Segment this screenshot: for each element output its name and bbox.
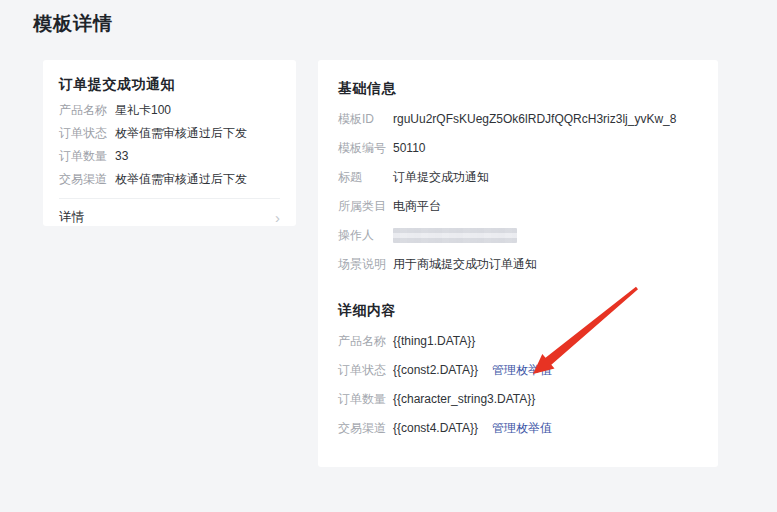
field-label: 产品名称	[59, 104, 115, 117]
field-value: 枚举值需审核通过后下发	[115, 173, 247, 186]
field-value: 订单提交成功通知	[393, 170, 489, 185]
summary-field-row: 订单数量 33	[59, 150, 280, 163]
field-label: 交易渠道	[59, 173, 115, 186]
detail-link[interactable]: 详情	[59, 209, 84, 226]
summary-card-title: 订单提交成功通知	[59, 76, 280, 94]
field-label: 订单数量	[338, 392, 393, 407]
info-field-row: 操作人	[338, 228, 698, 243]
field-label: 模板编号	[338, 141, 393, 156]
summary-field-row: 产品名称 星礼卡100	[59, 104, 280, 117]
template-id-value: rguUu2rQFsKUegZ5Ok6lRDJfQQRcH3riz3lj_yvK…	[393, 112, 676, 127]
info-field-row: 模板编号 50110	[338, 141, 698, 156]
content-field-row: 交易渠道 {{const4.DATA}} 管理枚举值	[338, 421, 698, 436]
placeholder-value: {{thing1.DATA}}	[393, 334, 475, 349]
redacted-operator-value	[393, 228, 517, 243]
page-title: 模板详情	[33, 11, 113, 37]
info-field-row: 所属类目 电商平台	[338, 199, 698, 214]
field-label: 场景说明	[338, 257, 393, 272]
field-value: 电商平台	[393, 199, 441, 214]
field-value: 星礼卡100	[115, 104, 171, 117]
detail-footer-row[interactable]: 详情 ›	[59, 209, 280, 226]
manage-enum-link[interactable]: 管理枚举值	[492, 363, 552, 378]
field-value: 枚举值需审核通过后下发	[115, 127, 247, 140]
divider	[59, 198, 280, 199]
placeholder-value: {{character_string3.DATA}}	[393, 392, 535, 407]
info-field-row: 场景说明 用于商城提交成功订单通知	[338, 257, 698, 272]
placeholder-value: {{const4.DATA}}	[393, 421, 478, 436]
detail-content-title: 详细内容	[338, 302, 698, 320]
content-field-row: 订单状态 {{const2.DATA}} 管理枚举值	[338, 363, 698, 378]
field-label: 交易渠道	[338, 421, 393, 436]
placeholder-value: {{const2.DATA}}	[393, 363, 478, 378]
basic-info-title: 基础信息	[338, 80, 698, 98]
field-value: 33	[115, 150, 128, 163]
summary-card: 订单提交成功通知 产品名称 星礼卡100 订单状态 枚举值需审核通过后下发 订单…	[43, 60, 296, 226]
summary-field-row: 订单状态 枚举值需审核通过后下发	[59, 127, 280, 140]
field-label: 所属类目	[338, 199, 393, 214]
field-value: 用于商城提交成功订单通知	[393, 257, 537, 272]
field-label: 订单状态	[338, 363, 393, 378]
content-field-row: 产品名称 {{thing1.DATA}}	[338, 334, 698, 349]
field-label: 产品名称	[338, 334, 393, 349]
field-label: 订单状态	[59, 127, 115, 140]
summary-field-row: 交易渠道 枚举值需审核通过后下发	[59, 173, 280, 186]
template-detail-page: 模板详情 订单提交成功通知 产品名称 星礼卡100 订单状态 枚举值需审核通过后…	[0, 0, 777, 512]
manage-enum-link[interactable]: 管理枚举值	[492, 421, 552, 436]
field-value: 50110	[393, 141, 425, 156]
field-label: 订单数量	[59, 150, 115, 163]
chevron-right-icon: ›	[275, 212, 280, 224]
content-field-row: 订单数量 {{character_string3.DATA}}	[338, 392, 698, 407]
field-label: 标题	[338, 170, 393, 185]
field-label: 模板ID	[338, 112, 393, 127]
info-field-row: 模板ID rguUu2rQFsKUegZ5Ok6lRDJfQQRcH3riz3l…	[338, 112, 698, 127]
detail-card: 基础信息 模板ID rguUu2rQFsKUegZ5Ok6lRDJfQQRcH3…	[318, 60, 718, 467]
info-field-row: 标题 订单提交成功通知	[338, 170, 698, 185]
field-label: 操作人	[338, 228, 393, 243]
